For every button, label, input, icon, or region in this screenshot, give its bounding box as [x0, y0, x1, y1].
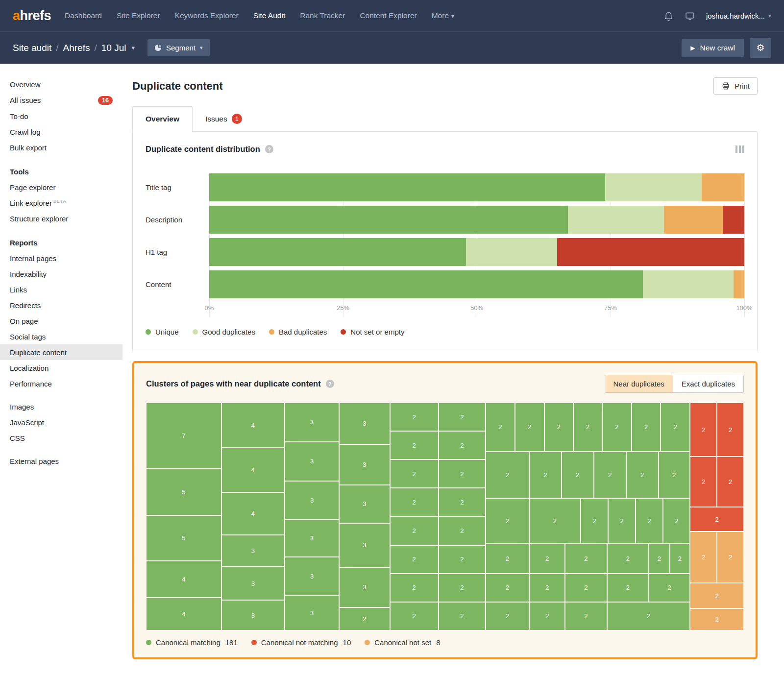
treemap-cell[interactable]: 2 — [717, 531, 744, 583]
treemap-cell[interactable]: 3 — [285, 481, 339, 519]
treemap-cell[interactable]: 2 — [717, 403, 744, 457]
treemap-cell[interactable]: 3 — [285, 403, 339, 442]
treemap-cell[interactable]: 2 — [649, 544, 670, 573]
treemap-cell[interactable]: 2 — [659, 452, 690, 498]
treemap-cell[interactable]: 3 — [221, 600, 285, 630]
treemap-cell[interactable]: 3 — [221, 567, 285, 600]
help-icon[interactable]: ? — [326, 380, 334, 388]
treemap-cell[interactable]: 3 — [285, 442, 339, 481]
treemap-cell[interactable]: 2 — [439, 403, 486, 431]
treemap-cell[interactable]: 2 — [565, 574, 607, 602]
bar-segment-unique[interactable] — [209, 270, 643, 298]
notifications-bell-icon[interactable] — [663, 11, 674, 21]
bar-segment-unique[interactable] — [209, 206, 568, 234]
treemap-cell[interactable]: 2 — [690, 583, 744, 608]
treemap-cell[interactable]: 2 — [439, 545, 486, 574]
nav-item-keywords-explorer[interactable]: Keywords Explorer — [175, 11, 239, 20]
sidebar-item-duplicate-content[interactable]: Duplicate content — [0, 344, 122, 360]
treemap-cell[interactable]: 2 — [515, 403, 544, 452]
treemap-cell[interactable]: 2 — [529, 544, 565, 573]
treemap-cell[interactable]: 2 — [690, 531, 717, 583]
treemap-cell[interactable]: 2 — [390, 459, 439, 488]
treemap-cell[interactable]: 2 — [690, 608, 744, 630]
treemap-cell[interactable]: 2 — [581, 498, 608, 544]
bar-segment-good-duplicates[interactable] — [466, 238, 557, 266]
bar-segment-good-duplicates[interactable] — [643, 270, 734, 298]
sidebar-item-structure-explorer[interactable]: Structure explorer — [0, 211, 122, 226]
bar-segment-good-duplicates[interactable] — [605, 173, 702, 201]
breadcrumb-item-10-jul[interactable]: 10 Jul — [101, 43, 126, 53]
sidebar-item-bulk-export[interactable]: Bulk export — [0, 140, 122, 155]
treemap-cell[interactable]: 2 — [661, 403, 690, 452]
treemap-cell[interactable]: 4 — [221, 492, 285, 535]
treemap-cell[interactable]: 2 — [390, 517, 439, 545]
treemap-cell[interactable]: 2 — [690, 403, 717, 457]
help-icon[interactable]: ? — [265, 145, 273, 153]
treemap-cell[interactable]: 2 — [529, 602, 565, 630]
treemap-cell[interactable]: 7 — [146, 403, 221, 469]
toggle-exact-duplicates[interactable]: Exact duplicates — [673, 375, 743, 392]
bar-segment-unique[interactable] — [209, 173, 605, 201]
treemap-cell[interactable]: 2 — [439, 517, 486, 545]
treemap-cell[interactable]: 3 — [221, 535, 285, 567]
sidebar-item-all-issues[interactable]: All issues16 — [0, 92, 122, 108]
treemap-cell[interactable]: 2 — [573, 403, 602, 452]
treemap-cell[interactable]: 4 — [146, 598, 221, 630]
chart-type-icon[interactable] — [735, 145, 745, 153]
bar-segment-not-set-or-empty[interactable] — [557, 238, 744, 266]
toggle-near-duplicates[interactable]: Near duplicates — [605, 375, 673, 392]
bar-segment-bad-duplicates[interactable] — [702, 173, 744, 201]
nav-item-more[interactable]: More▾ — [432, 11, 454, 20]
treemap-cell[interactable]: 2 — [632, 403, 661, 452]
treemap-cell[interactable]: 2 — [529, 498, 581, 544]
treemap-cell[interactable]: 2 — [636, 498, 663, 544]
tab-overview[interactable]: Overview — [132, 106, 193, 132]
treemap-cell[interactable]: 2 — [486, 574, 529, 602]
bar-segment-bad-duplicates[interactable] — [734, 270, 744, 298]
new-crawl-button[interactable]: ▶ New crawl — [682, 39, 744, 57]
treemap-cell[interactable]: 3 — [339, 523, 390, 567]
sidebar-item-performance[interactable]: Performance — [0, 376, 122, 391]
sidebar-item-on-page[interactable]: On page — [0, 313, 122, 329]
devices-monitor-icon[interactable] — [685, 11, 695, 21]
treemap-cell[interactable]: 2 — [594, 452, 626, 498]
treemap-cell[interactable]: 3 — [285, 557, 339, 595]
treemap-cell[interactable]: 2 — [565, 544, 607, 573]
treemap-cell[interactable]: 2 — [717, 457, 744, 507]
nav-item-site-audit[interactable]: Site Audit — [253, 11, 286, 20]
treemap-cell[interactable]: 2 — [439, 574, 486, 602]
treemap-cell[interactable]: 2 — [602, 403, 632, 452]
treemap-cell[interactable]: 3 — [339, 403, 390, 444]
sidebar-item-to-do[interactable]: To-do — [0, 108, 122, 124]
treemap-cell[interactable]: 4 — [146, 561, 221, 598]
sidebar-item-css[interactable]: CSS — [0, 430, 122, 446]
treemap-cell[interactable]: 2 — [607, 544, 649, 573]
treemap-cell[interactable]: 2 — [439, 602, 486, 630]
treemap-cell[interactable]: 2 — [608, 498, 636, 544]
treemap-cell[interactable]: 4 — [221, 403, 285, 448]
sidebar-item-link-explorer[interactable]: Link explorerBETA — [0, 195, 122, 211]
bar-segment-bad-duplicates[interactable] — [664, 206, 723, 234]
ahrefs-logo[interactable]: ahrefs — [13, 8, 51, 24]
treemap-cell[interactable]: 2 — [663, 498, 690, 544]
nav-item-rank-tracker[interactable]: Rank Tracker — [300, 11, 345, 20]
sidebar-item-redirects[interactable]: Redirects — [0, 297, 122, 313]
segment-button[interactable]: Segment ▾ — [147, 39, 210, 56]
settings-gear-button[interactable]: ⚙ — [750, 38, 771, 58]
treemap-cell[interactable]: 2 — [486, 498, 529, 544]
treemap-cell[interactable]: 2 — [565, 602, 607, 630]
treemap-cell[interactable]: 2 — [390, 602, 439, 630]
treemap-cell[interactable]: 2 — [690, 457, 717, 507]
treemap-cell[interactable]: 5 — [146, 515, 221, 561]
print-button[interactable]: Print — [713, 77, 758, 95]
treemap-cell[interactable]: 2 — [670, 544, 690, 573]
treemap-cell[interactable]: 2 — [339, 607, 390, 630]
user-account-menu[interactable]: joshua.hardwick... ▾ — [706, 12, 771, 20]
treemap-cell[interactable]: 2 — [607, 602, 690, 630]
treemap-cell[interactable]: 2 — [529, 574, 565, 602]
treemap-cell[interactable]: 3 — [339, 567, 390, 607]
bar-segment-good-duplicates[interactable] — [568, 206, 664, 234]
treemap-cell[interactable]: 4 — [221, 448, 285, 492]
sidebar-item-page-explorer[interactable]: Page explorer — [0, 179, 122, 195]
treemap-cell[interactable]: 2 — [486, 602, 529, 630]
